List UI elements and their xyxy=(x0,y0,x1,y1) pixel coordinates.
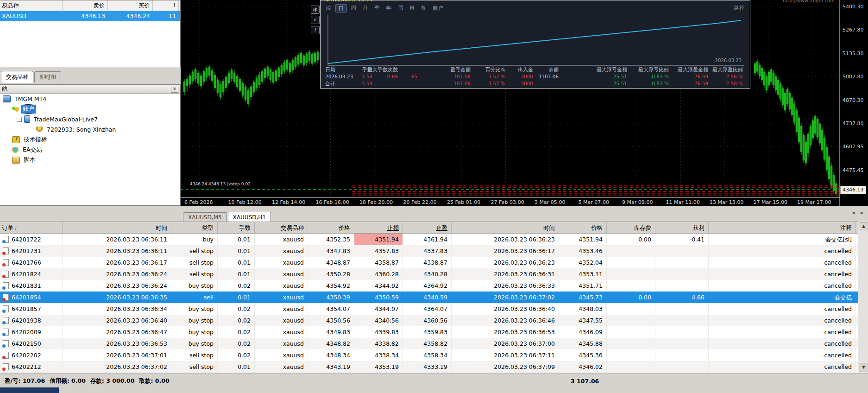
order-row[interactable]: 642018542026.03.23 06:36:35sell0.01xauus… xyxy=(0,292,868,303)
order-cell: 0.01 xyxy=(218,361,255,373)
orders-scrollbar[interactable]: ▲ ▼ xyxy=(858,222,868,373)
order-cell: 0.01 xyxy=(218,234,255,245)
nav-item-script[interactable]: 脚本 xyxy=(0,155,180,165)
order-cell: xauusd xyxy=(255,349,308,361)
order-row[interactable]: 642017312026.03.23 06:36:11sell stop0.01… xyxy=(0,245,868,257)
order-cell: 2026.03.23 06:36:40 xyxy=(63,315,171,326)
tree-expander-icon[interactable]: - xyxy=(17,117,22,122)
order-row[interactable]: 642018312026.03.23 06:36:24buy stop0.02x… xyxy=(0,280,868,292)
nav-item-user[interactable]: 7202933: Song Xinzhan xyxy=(0,124,180,134)
status-deposit: 存款: 3 000.00 xyxy=(90,377,135,385)
overlay-data-cell: 2026.03.23 xyxy=(325,74,353,79)
stats-overlay-panel[interactable]: MTBMGI统计 18:25 综日周月季年币M备账户路径 2026.03.23 … xyxy=(320,0,750,89)
overlay-col-header: 百分比% xyxy=(485,66,505,73)
sell-order-icon xyxy=(3,352,9,359)
orders-col-4[interactable]: 交易品种 xyxy=(255,222,308,233)
col-sell[interactable]: 卖价 xyxy=(63,0,108,11)
check-icon[interactable]: √ xyxy=(311,16,320,24)
orders-col-6[interactable]: 止损 xyxy=(354,222,403,233)
tab-scroll-left-icon[interactable]: ◄ xyxy=(851,210,855,215)
chart-area[interactable]: http://www.tmgm.com 5400.305267.805135.3… xyxy=(181,0,868,207)
overlay-total-cell: 3000 xyxy=(521,81,533,86)
order-row[interactable]: 642019382026.03.23 06:36:40buy stop0.02x… xyxy=(0,315,868,326)
nav-item-server[interactable]: -TradeMaxGlobal-Live7 xyxy=(0,114,180,124)
order-cell: xauusd xyxy=(255,361,308,373)
overlay-data-cell: 3000 xyxy=(521,74,533,79)
orders-col-11[interactable]: 获利 xyxy=(655,222,709,233)
server-icon xyxy=(24,115,30,123)
order-row[interactable]: 642021502026.03.23 06:36:53buy stop0.02x… xyxy=(0,338,868,349)
date-label: 27 Feb 03:00 xyxy=(491,199,524,205)
chart-tab-xauusd-h1[interactable]: XAUUSD,H1 xyxy=(228,212,271,222)
nav-item-accounts[interactable]: 账户 xyxy=(0,104,180,114)
col-excl[interactable]: ! xyxy=(153,0,179,11)
chart-tab-strip: XAUUSD,M5XAUUSD,H1 ◄ ► xyxy=(0,206,868,222)
orders-col-5[interactable]: 价格 xyxy=(308,222,354,233)
date-label: 6 Feb 2026 xyxy=(184,199,213,205)
order-cell xyxy=(607,326,655,338)
order-cell xyxy=(655,315,709,326)
order-cell: 4337.83 xyxy=(403,245,452,257)
chart-tab-xauusd-m5[interactable]: XAUUSD,M5 xyxy=(183,212,227,222)
objects-icon[interactable]: 移 xyxy=(311,6,320,14)
market-watch-tabs: 交易品种即时图 xyxy=(1,69,62,82)
orders-col-12[interactable]: 注释 xyxy=(709,222,856,233)
orders-col-1[interactable]: 时间 xyxy=(63,222,171,233)
order-cell: xauusd xyxy=(255,280,308,292)
scroll-up-icon[interactable]: ▲ xyxy=(859,222,868,231)
scroll-down-icon[interactable]: ▼ xyxy=(859,363,868,372)
overlay-data-cell: 0.69 xyxy=(387,74,398,79)
buy-order-icon xyxy=(3,329,9,336)
orders-col-0[interactable]: 订单 ∕ xyxy=(0,222,63,233)
order-cell: 4.66 xyxy=(655,292,709,303)
overlay-col-header: 最大浮亏金额 xyxy=(597,66,627,73)
orders-table-body: 642017222026.03.23 06:36:11buy0.01xauusd… xyxy=(0,234,868,373)
buy-order-icon xyxy=(3,282,9,289)
orders-col-8[interactable]: 时间 xyxy=(452,222,559,233)
orders-col-2[interactable]: 类型 xyxy=(171,222,218,233)
order-cell: cancelled xyxy=(709,326,856,338)
date-label: 12 Feb 14:00 xyxy=(272,199,305,205)
orders-col-7[interactable]: 止盈 xyxy=(403,222,452,233)
orders-col-10[interactable]: 库存费 xyxy=(607,222,655,233)
order-cell xyxy=(655,268,709,280)
order-row[interactable]: 642017662026.03.23 06:36:17sell stop0.01… xyxy=(0,257,868,268)
overlay-total-cell: 2.58 % xyxy=(726,81,743,86)
order-cell: 64201722 xyxy=(0,234,63,245)
overlay-col-header: 出入金 xyxy=(518,66,533,73)
orders-col-3[interactable]: 手数 xyxy=(218,222,255,233)
order-cell xyxy=(607,257,655,268)
orders-col-9[interactable]: 价格 xyxy=(559,222,607,233)
tab--[interactable]: 交易品种 xyxy=(1,71,33,83)
order-cell: 4346.09 xyxy=(559,326,607,338)
chart-watermark: http://www.tmgm.com xyxy=(783,0,835,3)
nav-item-ea[interactable]: EA交易 xyxy=(0,145,180,155)
order-row[interactable]: 642022122026.03.23 06:37:02sell stop0.01… xyxy=(0,361,868,373)
col-symbol[interactable]: 易品种 xyxy=(0,0,63,11)
nav-item-tmgm[interactable]: TMGM MT4 xyxy=(0,94,180,104)
order-cell: 0.01 xyxy=(218,245,255,257)
order-cell xyxy=(655,361,709,373)
close-icon[interactable]: × xyxy=(171,86,178,93)
overlay-data-cell: 107.06 xyxy=(453,74,471,79)
order-row[interactable]: 642018242026.03.23 06:36:24sell stop0.01… xyxy=(0,268,868,280)
order-cell: 4353.19 xyxy=(354,361,403,373)
order-cell: xauusd xyxy=(255,234,308,245)
nav-item-f[interactable]: f技术指标 xyxy=(0,134,180,145)
help-icon[interactable]: ? xyxy=(311,26,320,34)
tab--[interactable]: 即时图 xyxy=(34,71,61,82)
overlay-data-cell: 3.54 xyxy=(362,74,372,79)
price-label: 5002.80 xyxy=(843,74,864,80)
order-row[interactable]: 642017222026.03.23 06:36:11buy0.01xauusd… xyxy=(0,234,868,245)
order-cell: 0.02 xyxy=(218,315,255,326)
order-cell: -0.41 xyxy=(655,234,709,245)
order-row[interactable]: 642020092026.03.23 06:36:47buy stop0.02x… xyxy=(0,326,868,338)
tab-scroll-right-icon[interactable]: ► xyxy=(861,210,864,215)
order-cell xyxy=(655,257,709,268)
order-row[interactable]: 642022022026.03.23 06:37:01sell stop0.02… xyxy=(0,349,868,361)
order-cell: 0.02 xyxy=(218,303,255,315)
col-buy[interactable]: 买价 xyxy=(108,0,153,11)
symbol-row[interactable]: XAUUSD4346.134346.2411 xyxy=(0,11,180,21)
order-cell: 2026.03.23 06:36:24 xyxy=(63,280,171,292)
order-row[interactable]: 642018572026.03.23 06:36:34buy stop0.02x… xyxy=(0,303,868,315)
